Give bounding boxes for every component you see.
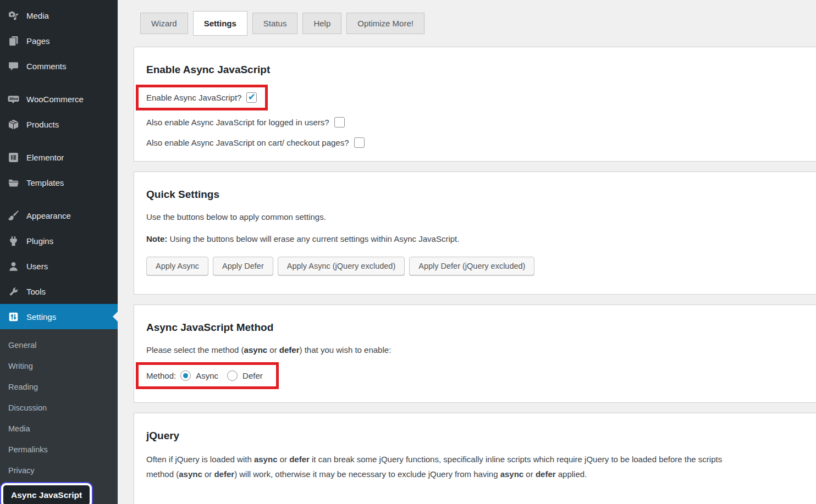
method-defer-label: Defer (242, 371, 263, 380)
sidebar-item-settings[interactable]: Settings (0, 304, 118, 329)
jquery-description-line-2: method (async or defer) will work, other… (146, 469, 806, 480)
method-async-label: Async (196, 371, 218, 380)
settings-icon (8, 311, 19, 323)
sidebar-item-label: Users (26, 262, 48, 271)
logged-in-users-row: Also enable Async JavaScript for logged … (146, 117, 806, 128)
tools-icon (8, 286, 19, 297)
wordpress-admin: Media Pages Comments Woo WooCommerce (0, 0, 816, 504)
annotation-red-box-method: Method: Async Defer (136, 362, 279, 389)
admin-sidebar: Media Pages Comments Woo WooCommerce (0, 0, 118, 504)
section-title: Async JavaScript Method (146, 322, 806, 334)
panel-async-javascript-method: Async JavaScript Method Please select th… (134, 304, 816, 403)
menu-separator (0, 137, 118, 145)
sidebar-item-label: Media (26, 11, 49, 20)
comments-icon (8, 60, 19, 72)
checkmark-icon: ✔ (248, 92, 256, 102)
elementor-icon (8, 152, 19, 163)
apply-async-button[interactable]: Apply Async (146, 257, 208, 275)
tab-optimize-more[interactable]: Optimize More! (346, 13, 424, 34)
plugins-icon (8, 235, 19, 247)
cart-checkout-row: Also enable Async JavaScript on cart/ ch… (146, 137, 806, 148)
sidebar-item-templates[interactable]: Templates (0, 170, 118, 195)
method-description: Please select the method (async or defer… (146, 345, 806, 356)
tab-settings[interactable]: Settings (193, 11, 247, 36)
submenu-item-discussion[interactable]: Discussion (0, 397, 118, 418)
submenu-item-async-javascript[interactable]: Async JavaScript (1, 483, 92, 504)
sidebar-item-plugins[interactable]: Plugins (0, 228, 118, 253)
svg-text:Woo: Woo (9, 97, 18, 101)
method-label: Method: (146, 371, 176, 380)
submenu-item-reading[interactable]: Reading (0, 376, 118, 397)
users-icon (8, 261, 19, 272)
sidebar-item-media[interactable]: Media (0, 3, 118, 28)
sidebar-item-users[interactable]: Users (0, 253, 118, 279)
pages-icon (8, 35, 19, 47)
sidebar-item-appearance[interactable]: Appearance (0, 203, 118, 228)
templates-icon (8, 177, 19, 189)
sidebar-item-label: Templates (26, 178, 64, 187)
quick-settings-buttons: Apply Async Apply Defer Apply Async (jQu… (146, 257, 806, 275)
products-icon (8, 119, 19, 130)
sidebar-item-label: Plugins (26, 236, 53, 246)
sidebar-item-label: Appearance (26, 211, 71, 220)
active-menu-arrow-icon (113, 312, 118, 322)
sidebar-item-label: Products (26, 120, 59, 129)
submenu-item-permalinks[interactable]: Permalinks (0, 439, 118, 460)
sidebar-item-tools[interactable]: Tools (0, 279, 118, 304)
enable-async-label: Enable Async JavaScript? (146, 93, 241, 102)
logged-in-users-checkbox[interactable] (334, 117, 345, 128)
submenu-item-media[interactable]: Media (0, 418, 118, 439)
menu-separator (0, 195, 118, 203)
media-icon (8, 10, 19, 21)
quick-settings-note: Note: Using the buttons below will erase… (146, 234, 806, 245)
jquery-description-line-1: Often if jQuery is loaded with async or … (146, 454, 806, 465)
apply-async-jquery-excluded-button[interactable]: Apply Async (jQuery excluded) (278, 257, 405, 275)
sidebar-item-products[interactable]: Products (0, 112, 118, 137)
sidebar-item-woocommerce[interactable]: Woo WooCommerce (0, 86, 118, 112)
appearance-icon (8, 210, 19, 221)
section-title: Quick Settings (146, 189, 806, 201)
settings-submenu: General Writing Reading Discussion Media… (0, 329, 118, 504)
sidebar-item-elementor[interactable]: Elementor (0, 145, 118, 170)
logged-in-users-label: Also enable Async JavaScript for logged … (146, 118, 329, 127)
submenu-item-privacy[interactable]: Privacy (0, 460, 118, 481)
panel-enable-async-javascript: Enable Async JavaScript Enable Async Jav… (134, 47, 816, 162)
cart-checkout-label: Also enable Async JavaScript on cart/ ch… (146, 138, 349, 147)
section-title: Enable Async JavaScript (146, 64, 806, 76)
annotation-red-box-enable: Enable Async JavaScript? ✔ (136, 85, 268, 110)
method-async-radio[interactable] (180, 370, 191, 381)
radio-dot (183, 373, 188, 378)
tab-status[interactable]: Status (252, 13, 298, 34)
sidebar-item-pages[interactable]: Pages (0, 28, 118, 53)
admin-menu: Media Pages Comments Woo WooCommerce (0, 0, 118, 329)
cart-checkout-checkbox[interactable] (354, 137, 365, 148)
settings-page-content: Wizard Settings Status Help Optimize Mor… (118, 0, 816, 504)
panel-jquery: jQuery Often if jQuery is loaded with as… (134, 413, 816, 504)
sidebar-item-label: WooCommerce (26, 95, 84, 104)
sidebar-item-label: Elementor (26, 153, 64, 162)
quick-settings-description: Use the buttons below to apply common se… (146, 212, 806, 223)
submenu-item-general[interactable]: General (0, 335, 118, 356)
apply-defer-jquery-excluded-button[interactable]: Apply Defer (jQuery excluded) (409, 257, 534, 275)
sidebar-item-label: Pages (26, 36, 50, 46)
tab-wizard[interactable]: Wizard (140, 13, 188, 34)
menu-separator (0, 79, 118, 86)
sidebar-item-label: Settings (26, 312, 56, 322)
submenu-item-writing[interactable]: Writing (0, 356, 118, 376)
tab-help[interactable]: Help (302, 13, 341, 34)
method-defer-radio[interactable] (227, 370, 238, 381)
sidebar-item-label: Comments (26, 62, 67, 71)
enable-async-checkbox[interactable]: ✔ (246, 92, 257, 103)
sidebar-item-label: Tools (26, 287, 46, 296)
woocommerce-icon: Woo (8, 93, 19, 105)
plugin-tab-bar: Wizard Settings Status Help Optimize Mor… (140, 9, 816, 37)
sidebar-item-comments[interactable]: Comments (0, 53, 118, 79)
panel-quick-settings: Quick Settings Use the buttons below to … (134, 171, 816, 295)
section-title: jQuery (146, 430, 806, 442)
apply-defer-button[interactable]: Apply Defer (213, 257, 273, 275)
